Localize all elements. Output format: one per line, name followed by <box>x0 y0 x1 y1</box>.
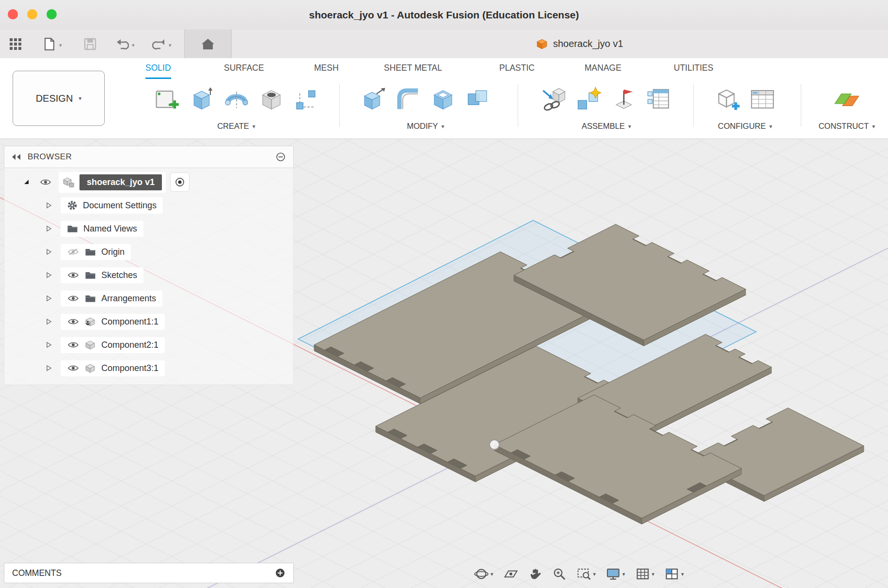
collapsed-arrow-icon[interactable] <box>45 294 53 302</box>
visibility-eye-icon[interactable] <box>67 341 79 349</box>
folder-icon <box>85 294 96 303</box>
dropdown-caret-icon[interactable]: ▾ <box>593 571 596 577</box>
pan-tool[interactable] <box>528 567 542 581</box>
orbit-tool[interactable]: ▾ <box>474 567 493 581</box>
item-label: Named Views <box>83 224 137 234</box>
shell-icon[interactable] <box>430 86 456 112</box>
redo-icon[interactable] <box>151 36 167 52</box>
joint-icon[interactable] <box>576 86 602 112</box>
visibility-eye-off-icon[interactable] <box>67 248 79 256</box>
collapsed-arrow-icon[interactable] <box>45 318 53 325</box>
group-label-construct[interactable]: CONSTRUCT▾ <box>819 122 875 131</box>
zoom-window-button[interactable] <box>47 9 57 19</box>
origin-marker[interactable] <box>490 440 499 449</box>
visibility-eye-icon[interactable] <box>39 178 52 186</box>
look-at-tool[interactable] <box>504 567 518 581</box>
browser-item-component2[interactable]: Component2:1 <box>4 333 293 356</box>
fillet-icon[interactable] <box>395 86 421 112</box>
joint-origin-icon[interactable] <box>611 86 637 112</box>
bom-icon[interactable] <box>646 86 672 112</box>
browser-item-sketches[interactable]: Sketches <box>4 263 293 287</box>
browser-item-origin[interactable]: Origin <box>4 240 293 263</box>
viewports[interactable]: ▾ <box>665 567 684 581</box>
tab-utilities[interactable]: UTILITIES <box>674 63 714 77</box>
tab-sheet-metal[interactable]: SHEET METAL <box>384 63 442 77</box>
add-comment-icon[interactable] <box>275 568 285 578</box>
hole-icon[interactable] <box>258 86 285 112</box>
undo-icon[interactable] <box>114 36 130 52</box>
workspace-selector[interactable]: DESIGN ▾ <box>13 71 105 126</box>
extrude-icon[interactable] <box>189 86 215 112</box>
combine-icon[interactable] <box>465 86 491 112</box>
collapse-all-icon[interactable] <box>276 152 285 162</box>
revolve-icon[interactable] <box>223 86 250 112</box>
fit-icon <box>577 567 591 581</box>
activate-component-radio[interactable] <box>170 172 190 192</box>
group-label-configure[interactable]: CONFIGURE▾ <box>718 122 772 131</box>
browser-item-root[interactable]: shoerack_jyo v1 <box>4 170 293 194</box>
folder-icon <box>85 248 96 256</box>
browser-item-component3[interactable]: Component3:1 <box>4 356 293 380</box>
construct-plane-icon[interactable] <box>834 86 860 112</box>
root-item-label: shoerack_jyo v1 <box>79 174 162 190</box>
dropdown-caret-icon[interactable]: ▾ <box>681 571 684 577</box>
save-icon[interactable] <box>82 36 98 52</box>
browser-item-arrangements[interactable]: Arrangements <box>4 287 293 310</box>
visibility-eye-icon[interactable] <box>67 271 79 279</box>
collapsed-arrow-icon[interactable] <box>45 364 53 372</box>
dropdown-caret-icon[interactable]: ▾ <box>491 571 493 577</box>
file-menu-caret-icon[interactable]: ▾ <box>59 42 62 48</box>
display-settings[interactable]: ▾ <box>606 567 625 581</box>
visibility-eye-icon[interactable] <box>67 364 79 372</box>
redo-menu-caret-icon[interactable]: ▾ <box>169 42 172 48</box>
pattern-icon[interactable] <box>293 86 319 112</box>
visibility-eye-icon[interactable] <box>67 318 79 325</box>
viewport[interactable]: BROWSER <box>0 139 888 588</box>
tab-manage[interactable]: MANAGE <box>585 63 621 77</box>
minimize-window-button[interactable] <box>27 9 37 19</box>
dropdown-caret-icon[interactable]: ▾ <box>652 571 655 577</box>
zoom-tool[interactable] <box>552 567 567 581</box>
group-label-modify[interactable]: MODIFY▾ <box>407 122 444 131</box>
browser-item-named-views[interactable]: Named Views <box>4 217 293 240</box>
comments-bar[interactable]: COMMENTS <box>4 563 294 583</box>
press-pull-icon[interactable] <box>360 86 386 112</box>
collapse-panel-icon[interactable] <box>11 153 22 161</box>
insert-icon[interactable] <box>541 86 567 112</box>
group-modify: MODIFY▾ <box>348 80 503 131</box>
collapsed-arrow-icon[interactable] <box>45 225 53 232</box>
browser-header: BROWSER <box>4 146 294 168</box>
tab-solid[interactable]: SOLID <box>145 63 171 79</box>
file-new-icon[interactable] <box>42 36 57 52</box>
create-sketch-icon[interactable] <box>154 86 180 112</box>
collapsed-arrow-icon[interactable] <box>45 271 53 279</box>
browser-item-document-settings[interactable]: Document Settings <box>4 194 293 217</box>
visibility-eye-icon[interactable] <box>67 294 79 302</box>
browser-item-component1[interactable]: Component1:1 <box>4 310 293 333</box>
group-label-assemble[interactable]: ASSEMBLE▾ <box>582 122 631 131</box>
titlebar: shoerack_jyo v1 - Autodesk Fusion (Educa… <box>0 0 888 30</box>
tab-mesh[interactable]: MESH <box>314 63 339 77</box>
zoom-icon <box>552 567 567 581</box>
fit-tool[interactable]: ▾ <box>577 567 596 581</box>
tab-surface[interactable]: SURFACE <box>224 63 264 77</box>
expanded-arrow-icon[interactable] <box>23 178 31 186</box>
collapsed-arrow-icon[interactable] <box>45 201 53 209</box>
item-label: Arrangements <box>101 294 156 304</box>
collapsed-arrow-icon[interactable] <box>45 248 53 256</box>
group-label-create[interactable]: CREATE▾ <box>217 122 255 131</box>
configure-icon[interactable] <box>714 86 741 112</box>
document-tab[interactable]: shoerack_jyo v1 <box>536 30 623 58</box>
home-view-button[interactable] <box>184 30 232 58</box>
close-window-button[interactable] <box>8 9 18 19</box>
tab-plastic[interactable]: PLASTIC <box>499 63 535 77</box>
root-item-chip[interactable]: shoerack_jyo v1 <box>59 172 166 193</box>
undo-menu-caret-icon[interactable]: ▾ <box>132 42 135 48</box>
group-configure: CONFIGURE▾ <box>704 80 786 131</box>
grid-and-snaps[interactable]: ▾ <box>635 567 655 581</box>
ribbon-divider <box>339 84 340 127</box>
configuration-table-icon[interactable] <box>749 86 776 112</box>
app-grid-icon[interactable] <box>8 36 23 52</box>
dropdown-caret-icon[interactable]: ▾ <box>622 571 625 577</box>
collapsed-arrow-icon[interactable] <box>45 341 53 349</box>
